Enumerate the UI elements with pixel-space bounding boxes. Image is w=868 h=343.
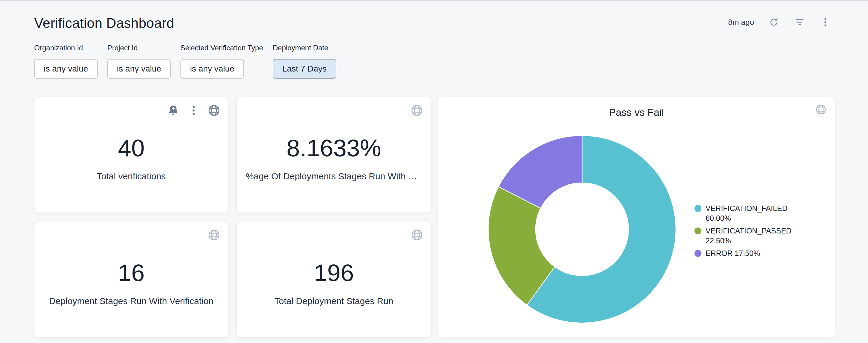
- panel-title: Pass vs Fail: [438, 107, 835, 118]
- filter-selected-verification-type: Selected Verification Type is any value: [180, 44, 263, 79]
- tile-globe-button[interactable]: [411, 104, 423, 117]
- panel-globe-button[interactable]: [815, 104, 827, 115]
- legend-label: ERROR 17.50%: [706, 248, 760, 258]
- metric-label: Total verifications: [97, 171, 166, 182]
- metric-tile-pct-stages-with-verification: 8.1633% %age Of Deployments Stages Run W…: [237, 97, 431, 213]
- globe-icon: [208, 104, 220, 116]
- globe-icon: [411, 229, 423, 241]
- filter-value-organization-id[interactable]: is any value: [34, 59, 98, 79]
- metric-label: %age Of Deployments Stages Run With V…: [246, 171, 422, 182]
- metric-tile-stages-run-with-verification: 16 Deployment Stages Run With Verificati…: [34, 221, 228, 338]
- donut-chart: [487, 135, 677, 324]
- metric-value: 16: [118, 261, 145, 285]
- top-border: [0, 0, 868, 1]
- filter-icon: [794, 17, 805, 28]
- alert-bell-plus-button[interactable]: [167, 104, 180, 117]
- pass-vs-fail-panel: Pass vs Fail VERIFICATION_FAILED 60.00%V…: [438, 97, 835, 337]
- filter-label: Project Id: [107, 44, 171, 52]
- globe-icon: [411, 104, 423, 116]
- legend-label: VERIFICATION_FAILED 60.00%: [706, 204, 799, 223]
- filter-label: Deployment Date: [273, 44, 336, 52]
- donut-legend: VERIFICATION_FAILED 60.00%VERIFICATION_P…: [694, 204, 799, 258]
- metric-value: 8.1633%: [286, 136, 381, 160]
- legend-item-VERIFICATION_FAILED[interactable]: VERIFICATION_FAILED 60.00%: [694, 204, 799, 223]
- legend-swatch: [694, 205, 701, 212]
- metric-label: Deployment Stages Run With Verification: [49, 296, 214, 307]
- filter-organization-id: Organization Id is any value: [34, 44, 98, 79]
- filter-value-project-id[interactable]: is any value: [107, 59, 171, 79]
- header-actions: 8m ago: [728, 16, 831, 28]
- bell-plus-icon: [167, 104, 179, 116]
- refresh-button[interactable]: [768, 16, 780, 28]
- tile-globe-button[interactable]: [208, 229, 220, 241]
- filter-label: Organization Id: [34, 44, 98, 52]
- kebab-menu-button[interactable]: [819, 16, 831, 28]
- filter-project-id: Project Id is any value: [107, 44, 171, 79]
- globe-icon: [208, 229, 220, 241]
- legend-label: VERIFICATION_PASSED 22.50%: [706, 226, 799, 246]
- legend-swatch: [694, 250, 701, 257]
- refresh-icon: [769, 17, 779, 28]
- filter-label: Selected Verification Type: [180, 44, 263, 52]
- filter-bar: Organization Id is any value Project Id …: [34, 44, 336, 79]
- last-refresh-text: 8m ago: [728, 18, 754, 27]
- metric-value: 196: [314, 261, 354, 285]
- legend-item-VERIFICATION_PASSED[interactable]: VERIFICATION_PASSED 22.50%: [694, 226, 799, 246]
- filter-value-selected-verification-type[interactable]: is any value: [180, 59, 244, 79]
- legend-swatch: [694, 228, 701, 234]
- tile-globe-button[interactable]: [411, 229, 423, 241]
- filter-button[interactable]: [794, 16, 806, 28]
- legend-item-ERROR[interactable]: ERROR 17.50%: [694, 248, 799, 258]
- metric-value: 40: [118, 136, 145, 160]
- filter-value-deployment-date[interactable]: Last 7 Days: [273, 59, 336, 79]
- metric-label: Total Deployment Stages Run: [275, 296, 394, 307]
- dashboard-grid: 40 Total verifications 8.1633% %age Of D…: [34, 97, 835, 338]
- metric-tile-total-verifications: 40 Total verifications: [34, 97, 228, 213]
- kebab-icon: [820, 17, 831, 28]
- tile-globe-button[interactable]: [208, 104, 220, 117]
- kebab-icon: [188, 104, 199, 116]
- globe-icon: [815, 104, 826, 115]
- tile-kebab-menu-button[interactable]: [187, 104, 200, 117]
- page-title: Verification Dashboard: [34, 15, 174, 31]
- filter-deployment-date: Deployment Date Last 7 Days: [273, 44, 336, 79]
- metric-tile-total-stages-run: 196 Total Deployment Stages Run: [237, 221, 431, 338]
